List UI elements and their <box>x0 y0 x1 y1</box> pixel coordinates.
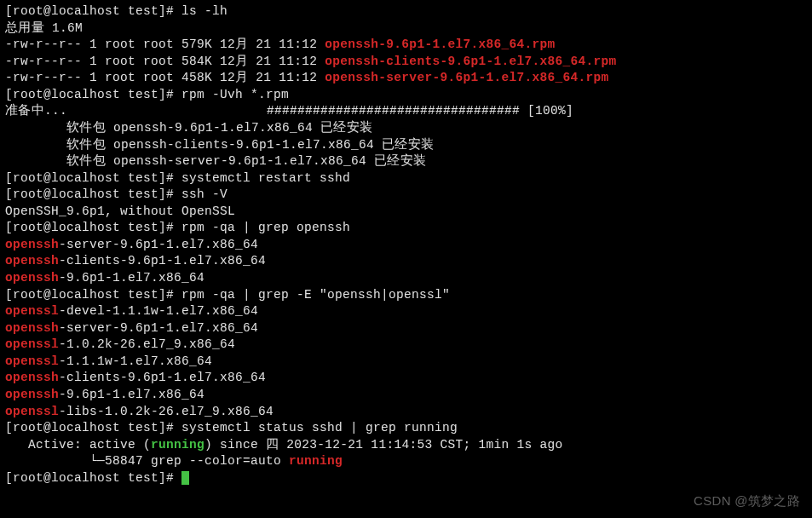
terminal-line: [root@localhost test]# systemctl status … <box>5 420 807 437</box>
shell-prompt: [root@localhost test]# <box>5 171 181 185</box>
terminal-line: OpenSSH_9.6p1, without OpenSSL <box>5 204 807 221</box>
terminal-line: openssh-clients-9.6p1-1.el7.x86_64 <box>5 253 807 270</box>
terminal-line: openssl-1.1.1w-1.el7.x86_64 <box>5 354 807 371</box>
terminal-line: -rw-r--r-- 1 root root 579K 12月 21 11:12… <box>5 37 807 54</box>
cursor[interactable] <box>181 471 189 485</box>
terminal-line: openssh-9.6p1-1.el7.x86_64 <box>5 270 807 287</box>
shell-prompt: [root@localhost test]# <box>5 421 181 435</box>
terminal-line: openssh-9.6p1-1.el7.x86_64 <box>5 387 807 404</box>
grep-match: openssl <box>5 337 59 351</box>
shell-prompt: [root@localhost test]# <box>5 88 181 101</box>
terminal-line: -rw-r--r-- 1 root root 584K 12月 21 11:12… <box>5 54 807 71</box>
terminal-line: openssh-server-9.6p1-1.el7.x86_64 <box>5 237 807 254</box>
terminal-line: openssl-devel-1.1.1w-1.el7.x86_64 <box>5 303 807 320</box>
shell-prompt: [root@localhost test]# <box>5 4 181 18</box>
rpm-filename: openssh-server-9.6p1-1.el7.x86_64.rpm <box>325 71 608 84</box>
terminal-line: [root@localhost test]# <box>5 470 807 487</box>
shell-prompt: [root@localhost test]# <box>5 471 181 485</box>
rpm-filename: openssh-9.6p1-1.el7.x86_64.rpm <box>325 37 555 51</box>
terminal-line: 总用量 1.6M <box>5 20 807 37</box>
terminal-output[interactable]: [root@localhost test]# ls -lh总用量 1.6M-rw… <box>5 3 807 486</box>
grep-match: openssh <box>5 238 59 251</box>
grep-match: openssh <box>5 321 59 335</box>
grep-match: openssl <box>5 354 59 368</box>
terminal-line: [root@localhost test]# rpm -qa | grep -E… <box>5 287 807 304</box>
grep-match: openssl <box>5 304 59 318</box>
terminal-line: [root@localhost test]# ls -lh <box>5 3 807 20</box>
terminal-line: openssh-server-9.6p1-1.el7.x86_64 <box>5 320 807 337</box>
shell-prompt: [root@localhost test]# <box>5 288 181 302</box>
status-running: running <box>151 438 204 452</box>
grep-match: openssh <box>5 371 59 384</box>
grep-match: openssh <box>5 388 59 401</box>
terminal-line: -rw-r--r-- 1 root root 458K 12月 21 11:12… <box>5 70 807 87</box>
terminal-line: Active: active (running) since 四 2023-12… <box>5 437 807 454</box>
grep-match: openssl <box>5 405 59 418</box>
watermark: CSDN @筑梦之路 <box>694 492 800 509</box>
terminal-line: 准备中... #################################… <box>5 103 807 120</box>
terminal-line: 软件包 openssh-clients-9.6p1-1.el7.x86_64 已… <box>5 137 807 154</box>
terminal-line: [root@localhost test]# rpm -qa | grep op… <box>5 220 807 237</box>
shell-prompt: [root@localhost test]# <box>5 187 181 201</box>
terminal-line: 软件包 openssh-9.6p1-1.el7.x86_64 已经安装 <box>5 120 807 137</box>
grep-match: openssh <box>5 254 59 268</box>
grep-match: openssh <box>5 271 59 285</box>
terminal-line: [root@localhost test]# rpm -Uvh *.rpm <box>5 87 807 104</box>
terminal-line: └─58847 grep --color=auto running <box>5 453 807 470</box>
grep-match: running <box>289 454 343 468</box>
shell-prompt: [root@localhost test]# <box>5 221 181 234</box>
terminal-line: [root@localhost test]# systemctl restart… <box>5 170 807 187</box>
terminal-line: [root@localhost test]# ssh -V <box>5 187 807 204</box>
terminal-line: openssh-clients-9.6p1-1.el7.x86_64 <box>5 370 807 387</box>
terminal-line: openssl-1.0.2k-26.el7_9.x86_64 <box>5 337 807 354</box>
rpm-filename: openssh-clients-9.6p1-1.el7.x86_64.rpm <box>325 55 616 68</box>
terminal-line: openssl-libs-1.0.2k-26.el7_9.x86_64 <box>5 404 807 421</box>
terminal-line: 软件包 openssh-server-9.6p1-1.el7.x86_64 已经… <box>5 153 807 170</box>
